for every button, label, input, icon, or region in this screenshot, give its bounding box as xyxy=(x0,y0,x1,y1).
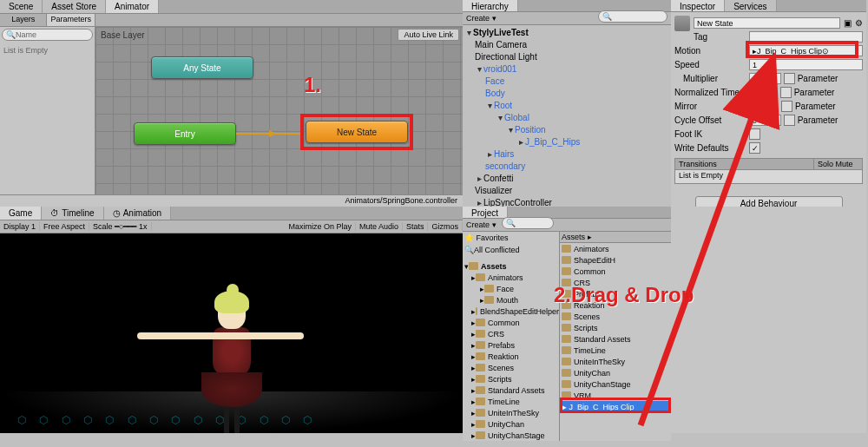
tab-project[interactable]: Project xyxy=(463,207,508,218)
state-name-field[interactable]: New State xyxy=(694,17,840,29)
project-item[interactable]: Standard Assets xyxy=(560,333,671,345)
favorite-item[interactable]: 🔍 All Conflicted xyxy=(463,244,559,255)
hierarchy-create-menu[interactable]: Create ▾ xyxy=(466,14,496,23)
cycle-field[interactable]: 0 xyxy=(749,115,781,126)
tab-animator[interactable]: Animator xyxy=(106,0,159,13)
footik-check[interactable] xyxy=(749,128,760,140)
project-item[interactable]: UnityChan xyxy=(560,367,671,378)
multiplier-field[interactable] xyxy=(749,73,781,84)
project-folder[interactable]: ▸Scripts xyxy=(463,373,559,385)
hierarchy-item[interactable]: Face xyxy=(464,76,671,88)
project-folder[interactable]: ▸BlendShapeEditHelper xyxy=(463,306,559,317)
hierarchy-item[interactable]: ▾vroid001 xyxy=(464,63,671,76)
cycle-param-check[interactable] xyxy=(784,115,795,126)
project-folder[interactable]: ▸Face xyxy=(463,283,559,294)
project-item[interactable]: UniteInTheSky xyxy=(560,356,671,367)
normalized-label: Normalized Time xyxy=(674,88,749,97)
breadcrumb[interactable]: Assets ▸ xyxy=(560,232,671,243)
tab-game[interactable]: Game xyxy=(0,207,42,220)
maximize-toggle[interactable]: Maximize On Play xyxy=(285,222,356,231)
project-folder[interactable]: ▸Reaktion xyxy=(463,351,559,362)
project-item[interactable]: Animators xyxy=(560,243,671,254)
writedef-check[interactable] xyxy=(749,142,760,154)
animator-layers-tab[interactable]: Layers xyxy=(0,14,47,26)
project-item[interactable]: Common xyxy=(560,266,671,277)
top-left-tab-row: Scene Asset Store Animator xyxy=(0,0,463,14)
project-item[interactable]: Prefabs xyxy=(560,288,671,299)
project-search[interactable]: 🔍 xyxy=(502,217,554,229)
scene-root[interactable]: ▾StylyLiveTest xyxy=(464,27,671,39)
mirror-label: Mirror xyxy=(674,102,749,111)
stats-toggle[interactable]: Stats xyxy=(403,222,429,231)
display-dropdown[interactable]: Display 1 xyxy=(0,222,40,231)
gear-icon[interactable]: ⚙ xyxy=(855,18,863,28)
project-item[interactable]: Reaktion xyxy=(560,299,671,311)
project-item[interactable]: Scenes xyxy=(560,311,671,322)
motion-label: Motion xyxy=(674,46,749,56)
project-folder[interactable]: ▸CRS xyxy=(463,328,559,339)
project-folder[interactable]: ▸Animators xyxy=(463,272,559,283)
parameters-search[interactable]: 🔍 Name xyxy=(2,29,93,41)
tab-assetstore[interactable]: Asset Store xyxy=(43,0,106,13)
auto-live-link-toggle[interactable]: Auto Live Link xyxy=(398,29,459,41)
project-folder[interactable]: ▸Mouth xyxy=(463,294,559,306)
multiplier-label: Multiplier xyxy=(674,74,749,83)
tab-timeline[interactable]: ⏱Timeline xyxy=(42,207,103,220)
speed-field[interactable]: 1 xyxy=(749,59,863,70)
writedef-label: Write Defaults xyxy=(674,143,749,153)
hierarchy-item[interactable]: secondary xyxy=(464,161,671,173)
hierarchy-item[interactable]: Body xyxy=(464,88,671,100)
favorites-header[interactable]: ⭐ Favorites xyxy=(463,232,559,244)
cycle-label: Cycle Offset xyxy=(674,115,749,125)
tab-animation[interactable]: ◷Animation xyxy=(104,207,171,220)
hierarchy-tree: ▾StylyLiveTest Main Camera Directional L… xyxy=(463,25,671,223)
help-icon[interactable]: ▣ xyxy=(844,18,852,28)
project-item[interactable]: UnityChanStage xyxy=(560,378,671,390)
animator-graph[interactable]: Base Layer Auto Live Link Any State Entr… xyxy=(95,27,463,194)
normalized-param-check[interactable] xyxy=(780,87,792,98)
tab-services[interactable]: Services xyxy=(725,0,776,11)
project-folder[interactable]: ▸TimeLine xyxy=(463,396,559,407)
tab-inspector[interactable]: Inspector xyxy=(671,0,725,11)
mirror-param-check[interactable] xyxy=(781,101,792,112)
hierarchy-item[interactable]: ▸Confetti xyxy=(464,173,671,185)
node-entry[interactable]: Entry xyxy=(134,122,236,145)
hierarchy-item[interactable]: ▾Position xyxy=(464,124,671,136)
project-folder[interactable]: ▸UniteInTheSky xyxy=(463,407,559,418)
project-folder[interactable]: ▸Standard Assets xyxy=(463,385,559,396)
search-icon: 🔍 xyxy=(506,219,516,227)
mute-toggle[interactable]: Mute Audio xyxy=(356,222,403,231)
hierarchy-item[interactable]: ▸J_Bip_C_Hips xyxy=(464,136,671,148)
hierarchy-item[interactable]: ▸Hairs xyxy=(464,148,671,161)
project-folder[interactable]: ▸Prefabs xyxy=(463,339,559,351)
project-create-menu[interactable]: Create ▾ xyxy=(466,220,496,229)
hierarchy-search[interactable]: 🔍 xyxy=(598,10,667,23)
multiplier-param-check[interactable] xyxy=(784,73,795,84)
project-item[interactable]: CRS xyxy=(560,277,671,288)
assets-root[interactable]: ▾Assets xyxy=(463,260,559,272)
project-item[interactable]: ShapeEditH xyxy=(560,254,671,266)
project-folder[interactable]: ▸UnityChanStage xyxy=(463,430,559,441)
aspect-dropdown[interactable]: Free Aspect xyxy=(40,222,89,231)
annotation-highlight-motion xyxy=(746,41,858,58)
gizmos-toggle[interactable]: Gizmos xyxy=(428,222,463,231)
node-anystate[interactable]: Any State xyxy=(151,56,253,79)
animator-parameters-tab[interactable]: Parameters xyxy=(47,14,95,26)
project-folder[interactable]: ▸UnityChan xyxy=(463,418,559,430)
tab-scene[interactable]: Scene xyxy=(0,0,43,13)
project-item[interactable]: Scripts xyxy=(560,322,671,333)
annotation-highlight-1 xyxy=(300,114,413,150)
project-item[interactable]: TimeLine xyxy=(560,345,671,356)
tab-hierarchy[interactable]: Hierarchy xyxy=(463,0,518,11)
project-folder[interactable]: ▸Common xyxy=(463,317,559,328)
solomute-header: Solo Mute xyxy=(813,159,862,169)
project-folder[interactable]: ▸Scenes xyxy=(463,362,559,373)
hierarchy-item[interactable]: Directional Light xyxy=(464,51,671,63)
hierarchy-item[interactable]: Main Camera xyxy=(464,39,671,51)
hierarchy-item[interactable]: Visualizer xyxy=(464,185,671,197)
character-preview xyxy=(201,298,262,407)
hierarchy-item[interactable]: ▾Global xyxy=(464,112,671,124)
state-icon xyxy=(674,16,690,31)
hierarchy-item[interactable]: ▾Root xyxy=(464,100,671,112)
mirror-check[interactable] xyxy=(749,101,760,112)
